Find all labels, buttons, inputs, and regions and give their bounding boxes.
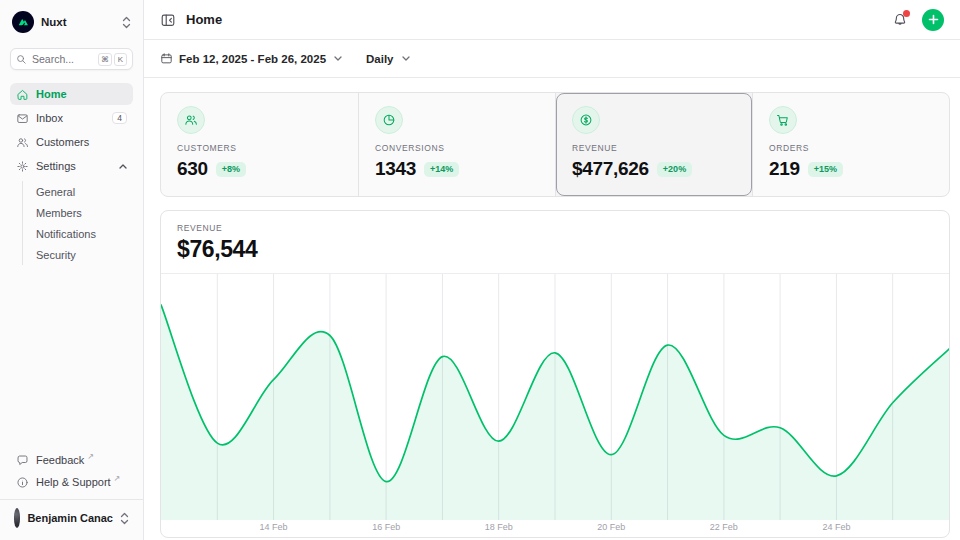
collapse-sidebar-button[interactable] [160, 12, 176, 28]
stats-row: CUSTOMERS 630 +8% CONVERSIONS 1343 +14% [160, 92, 950, 197]
stat-delta-badge: +14% [424, 162, 459, 177]
home-icon [16, 88, 29, 101]
stat-card-orders[interactable]: ORDERS 219 +15% [752, 93, 949, 196]
kbd-cmd: ⌘ [98, 53, 112, 66]
revenue-chart-panel: REVENUE $76,544 14 Feb16 Feb18 Feb20 Feb… [160, 210, 950, 538]
plus-icon [929, 16, 937, 24]
submenu-item-security[interactable]: Security [36, 244, 133, 265]
stat-delta-badge: +15% [808, 162, 843, 177]
stat-label: CONVERSIONS [375, 143, 539, 153]
chat-bubble-icon [16, 454, 29, 467]
nuxt-logo-icon [12, 11, 34, 33]
external-link-icon: ↗ [87, 452, 94, 461]
user-menu[interactable]: Benjamin Canac [10, 500, 133, 534]
stat-value: 1343 [375, 158, 416, 180]
x-axis-tick-label: 14 Feb [260, 522, 288, 532]
stat-label: REVENUE [572, 143, 736, 153]
info-icon [16, 476, 29, 489]
sidebar: Nuxt Search... ⌘ K Home Inbox 4 [0, 0, 144, 540]
help-support-link[interactable]: Help & Support ↗ [10, 471, 133, 493]
search-input[interactable]: Search... ⌘ K [10, 48, 133, 70]
circle-dollar-icon [579, 113, 593, 127]
sidebar-item-home[interactable]: Home [10, 83, 133, 105]
footer-link-label: Help & Support [36, 476, 111, 488]
date-range-value: Feb 12, 2025 - Feb 26, 2025 [179, 53, 326, 65]
x-axis-tick-label: 24 Feb [822, 522, 850, 532]
pie-chart-icon [382, 113, 396, 127]
cart-icon [776, 113, 790, 127]
search-placeholder: Search... [32, 53, 74, 65]
x-axis-tick-label: 18 Feb [485, 522, 513, 532]
chevron-up-icon [119, 164, 127, 169]
chevron-down-icon [402, 56, 410, 61]
gear-icon [16, 160, 29, 173]
workspace-selector[interactable]: Nuxt [10, 10, 133, 34]
stat-card-conversions[interactable]: CONVERSIONS 1343 +14% [358, 93, 555, 196]
granularity-select[interactable]: Daily [366, 53, 410, 65]
add-button[interactable] [922, 9, 944, 31]
sidebar-item-label: Inbox [36, 112, 63, 124]
top-header: Home [144, 0, 960, 40]
stat-label: CUSTOMERS [177, 143, 342, 153]
search-shortcut: ⌘ K [98, 53, 127, 66]
x-axis-tick-label: 20 Feb [597, 522, 625, 532]
submenu-item-general[interactable]: General [36, 181, 133, 202]
users-icon [184, 113, 198, 127]
sidebar-item-inbox[interactable]: Inbox 4 [10, 107, 133, 129]
stat-label: ORDERS [769, 143, 933, 153]
sidebar-item-settings[interactable]: Settings [10, 155, 133, 177]
feedback-link[interactable]: Feedback ↗ [10, 449, 133, 471]
avatar [14, 508, 20, 528]
sidebar-item-label: Home [36, 88, 67, 100]
chart-total-value: $76,544 [177, 236, 933, 263]
sidebar-nav: Home Inbox 4 Customers Settings Genera [10, 83, 133, 265]
sidebar-item-customers[interactable]: Customers [10, 131, 133, 153]
chart-label: REVENUE [177, 223, 933, 233]
calendar-icon [160, 52, 173, 65]
x-axis-tick-label: 22 Feb [710, 522, 738, 532]
sidebar-item-label: Settings [36, 160, 76, 172]
chevron-up-down-icon [122, 16, 131, 29]
stat-delta-badge: +8% [216, 162, 246, 177]
stat-value: 219 [769, 158, 800, 180]
stat-card-customers[interactable]: CUSTOMERS 630 +8% [161, 93, 358, 196]
notifications-button[interactable] [892, 12, 908, 28]
page-title: Home [186, 12, 222, 27]
inbox-icon [16, 112, 29, 125]
workspace-name: Nuxt [41, 16, 67, 28]
kbd-k: K [114, 53, 127, 66]
search-icon [16, 54, 27, 65]
stat-value: $477,626 [572, 158, 649, 180]
chevron-down-icon [334, 56, 342, 61]
area-chart-svg [161, 274, 949, 520]
sidebar-item-label: Customers [36, 136, 89, 148]
settings-submenu: General Members Notifications Security [22, 181, 133, 265]
stat-card-revenue[interactable]: REVENUE $477,626 +20% [555, 93, 752, 196]
revenue-chart[interactable] [161, 274, 949, 520]
submenu-item-members[interactable]: Members [36, 202, 133, 223]
external-link-icon: ↗ [114, 474, 121, 483]
inbox-count-badge: 4 [112, 112, 127, 125]
filters-toolbar: Feb 12, 2025 - Feb 26, 2025 Daily [144, 40, 960, 78]
footer-link-label: Feedback [36, 454, 84, 466]
x-axis-tick-label: 16 Feb [372, 522, 400, 532]
date-range-picker[interactable]: Feb 12, 2025 - Feb 26, 2025 [160, 52, 342, 65]
main-area: Home Feb 12, 2025 - Feb 26, 2025 Daily [144, 0, 960, 540]
dashboard-content: CUSTOMERS 630 +8% CONVERSIONS 1343 +14% [144, 78, 960, 538]
chevron-up-down-icon [120, 512, 129, 525]
notification-dot [903, 10, 910, 17]
sidebar-footer: Feedback ↗ Help & Support ↗ Benjamin Can… [10, 449, 133, 534]
user-name: Benjamin Canac [27, 512, 113, 524]
users-icon [16, 136, 29, 149]
granularity-value: Daily [366, 53, 394, 65]
chart-header: REVENUE $76,544 [161, 211, 949, 274]
submenu-item-notifications[interactable]: Notifications [36, 223, 133, 244]
stat-delta-badge: +20% [657, 162, 692, 177]
stat-value: 630 [177, 158, 208, 180]
chart-x-axis: 14 Feb16 Feb18 Feb20 Feb22 Feb24 Feb [161, 520, 949, 537]
